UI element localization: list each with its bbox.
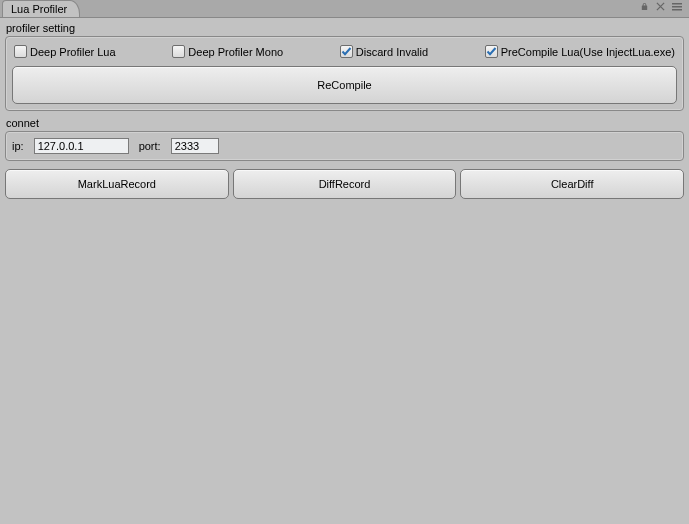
connect-panel: ip: port: [5, 131, 684, 161]
profiler-setting-label: profiler setting [2, 20, 687, 36]
window: Lua Profiler profiler setting Deep Profi… [0, 0, 689, 524]
checkbox-discard-invalid[interactable]: Discard Invalid [340, 45, 428, 58]
menu-icon[interactable] [671, 1, 683, 11]
port-label: port: [139, 140, 161, 152]
checkbox-icon [485, 45, 498, 58]
clear-diff-button[interactable]: ClearDiff [460, 169, 684, 199]
checkbox-icon [340, 45, 353, 58]
window-controls [639, 1, 683, 11]
action-row: MarkLuaRecord DiffRecord ClearDiff [2, 165, 687, 199]
tab-label: Lua Profiler [11, 3, 67, 15]
checkbox-label: Deep Profiler Mono [188, 46, 283, 58]
ip-input[interactable] [34, 138, 129, 154]
tab-bar: Lua Profiler [0, 0, 689, 18]
close-icon[interactable] [655, 1, 665, 11]
connect-label: connet [2, 115, 687, 131]
svg-rect-0 [672, 3, 682, 5]
checkbox-precompile-lua[interactable]: PreCompile Lua(Use InjectLua.exe) [485, 45, 675, 58]
checkbox-deep-profiler-lua[interactable]: Deep Profiler Lua [14, 45, 116, 58]
ip-label: ip: [12, 140, 24, 152]
svg-rect-2 [672, 9, 682, 11]
lock-icon[interactable] [639, 1, 649, 11]
recompile-button[interactable]: ReCompile [12, 66, 677, 104]
checkbox-label: Deep Profiler Lua [30, 46, 116, 58]
diff-record-button[interactable]: DiffRecord [233, 169, 457, 199]
options-row: Deep Profiler Lua Deep Profiler Mono Dis… [12, 43, 677, 66]
checkbox-icon [14, 45, 27, 58]
tab-lua-profiler[interactable]: Lua Profiler [2, 0, 80, 17]
profiler-panel: Deep Profiler Lua Deep Profiler Mono Dis… [5, 36, 684, 111]
checkbox-icon [172, 45, 185, 58]
content: profiler setting Deep Profiler Lua Deep … [0, 18, 689, 524]
port-input[interactable] [171, 138, 219, 154]
mark-lua-record-button[interactable]: MarkLuaRecord [5, 169, 229, 199]
checkbox-deep-profiler-mono[interactable]: Deep Profiler Mono [172, 45, 283, 58]
checkbox-label: Discard Invalid [356, 46, 428, 58]
checkbox-label: PreCompile Lua(Use InjectLua.exe) [501, 46, 675, 58]
svg-rect-1 [672, 6, 682, 8]
